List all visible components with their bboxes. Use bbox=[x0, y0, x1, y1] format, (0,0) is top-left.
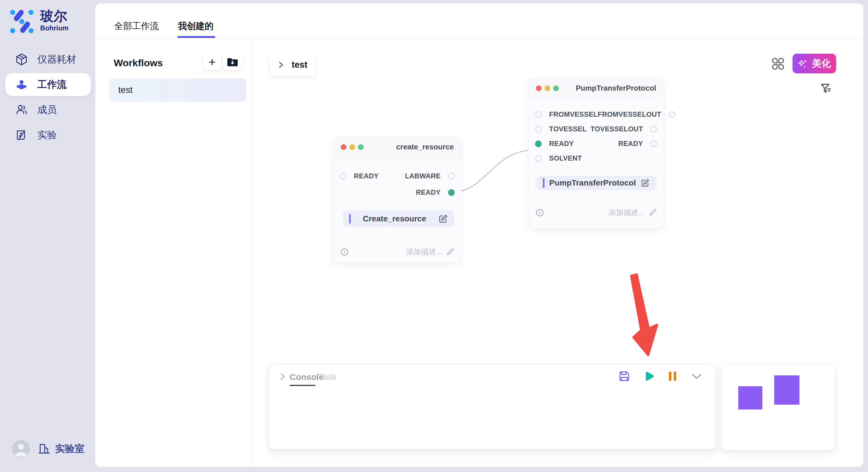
port-row: TOVESSEL TOVESSELOUT bbox=[528, 123, 663, 135]
filter-icon[interactable] bbox=[820, 82, 832, 95]
tab-bar: 全部工作流 我创建的 bbox=[95, 3, 863, 39]
pencil-icon bbox=[649, 208, 657, 216]
sidebar-item-experiments[interactable]: 实验 bbox=[0, 123, 95, 148]
input-port-solvent[interactable]: SOLVENT bbox=[535, 154, 582, 162]
port-dot-icon[interactable] bbox=[535, 155, 541, 162]
node-title: create_resource bbox=[396, 142, 454, 151]
minimap-node-create-resource bbox=[738, 386, 763, 409]
input-port-fromvessel[interactable]: FROMVESSEL bbox=[535, 110, 598, 119]
workflows-panel-title: Workflows bbox=[114, 57, 163, 69]
beautify-button[interactable]: 美化 bbox=[793, 54, 836, 73]
sidebar-item-members[interactable]: 成员 bbox=[0, 97, 95, 123]
bohrium-logo-icon bbox=[9, 9, 34, 34]
sidebar-item-label: 工作流 bbox=[37, 78, 67, 91]
chevron-right-icon bbox=[277, 61, 285, 69]
info-icon[interactable] bbox=[341, 248, 348, 256]
edit-icon[interactable] bbox=[641, 178, 650, 188]
info-icon[interactable] bbox=[536, 209, 544, 216]
node-footer: 添加描述... bbox=[341, 246, 454, 258]
active-tab-underline bbox=[177, 36, 215, 38]
console-panel: Console Task bbox=[268, 364, 716, 450]
traffic-light-green-icon bbox=[553, 86, 559, 91]
add-description[interactable]: 添加描述... bbox=[406, 247, 454, 257]
sidebar-item-workflows[interactable]: 工作流 bbox=[0, 72, 95, 97]
sidebar-item-label: 成员 bbox=[37, 103, 57, 116]
lab-switcher[interactable]: 实验室 bbox=[38, 442, 84, 456]
port-dot-icon[interactable] bbox=[535, 111, 541, 118]
workflow-list-item-test[interactable]: test bbox=[109, 78, 246, 102]
collapse-panel-button[interactable] bbox=[690, 369, 704, 383]
node-header: PumpTransferProtocol bbox=[528, 78, 663, 98]
traffic-light-yellow-icon bbox=[349, 144, 355, 150]
traffic-light-green-icon bbox=[358, 144, 364, 150]
traffic-lights bbox=[341, 144, 364, 150]
port-dot-icon[interactable] bbox=[650, 140, 657, 147]
port-row: READY bbox=[333, 186, 461, 199]
port-row: SOLVENT bbox=[528, 152, 663, 165]
port-dot-filled-icon[interactable] bbox=[535, 140, 541, 147]
workflow-item-label: test bbox=[118, 85, 133, 95]
port-dot-icon[interactable] bbox=[669, 111, 675, 118]
output-port-ready[interactable]: READY bbox=[416, 189, 455, 196]
components-grid-icon[interactable] bbox=[772, 58, 785, 71]
node-pump-transfer-protocol[interactable]: PumpTransferProtocol FROMVESSEL FROMVESS… bbox=[528, 78, 664, 229]
folder-download-icon bbox=[227, 57, 238, 67]
save-button[interactable] bbox=[617, 369, 631, 383]
sidebar: 玻尔 Bohrium 仪器耗材 工作流 bbox=[0, 0, 95, 472]
chevron-right-icon[interactable] bbox=[278, 372, 287, 381]
port-dot-icon[interactable] bbox=[650, 126, 657, 133]
traffic-light-red-icon bbox=[341, 144, 346, 150]
port-dot-icon[interactable] bbox=[535, 126, 541, 133]
breadcrumb[interactable]: test bbox=[270, 53, 316, 76]
logo-subtitle: Bohrium bbox=[40, 24, 69, 32]
logo: 玻尔 Bohrium bbox=[9, 9, 69, 34]
console-actions bbox=[617, 369, 704, 383]
output-port-ready[interactable]: READY bbox=[618, 140, 657, 148]
sparkles-icon bbox=[798, 59, 808, 69]
tab-all-workflows[interactable]: 全部工作流 bbox=[114, 20, 159, 32]
port-dot-icon[interactable] bbox=[448, 173, 455, 179]
edit-icon[interactable] bbox=[438, 214, 448, 224]
sidebar-item-instruments[interactable]: 仪器耗材 bbox=[0, 47, 95, 72]
node-header: create_resource bbox=[333, 137, 461, 157]
minimap-node-pump-transfer bbox=[774, 375, 799, 405]
traffic-light-yellow-icon bbox=[545, 86, 550, 91]
node-action-pill[interactable]: PumpTransferProtocol bbox=[536, 176, 656, 190]
pill-label: PumpTransferProtocol bbox=[545, 178, 641, 188]
port-dot-icon[interactable] bbox=[340, 173, 346, 179]
console-header: Console Task bbox=[269, 364, 716, 388]
add-workflow-button[interactable]: + bbox=[203, 55, 221, 70]
building-icon bbox=[38, 442, 51, 455]
sidebar-footer: 实验室 bbox=[12, 440, 84, 458]
pause-button[interactable] bbox=[665, 369, 679, 383]
node-create-resource[interactable]: create_resource READY LABWARE READY bbox=[333, 137, 462, 263]
import-folder-button[interactable] bbox=[223, 55, 242, 70]
input-port-ready[interactable]: READY bbox=[340, 172, 379, 180]
run-button[interactable] bbox=[642, 369, 655, 383]
input-port-ready[interactable]: READY bbox=[535, 140, 574, 148]
panel-divider bbox=[252, 39, 252, 467]
console-active-underline bbox=[290, 385, 315, 386]
chevron-down-icon bbox=[690, 370, 703, 382]
output-port-labware[interactable]: LABWARE bbox=[405, 172, 455, 180]
tab-my-created[interactable]: 我创建的 bbox=[178, 20, 214, 32]
node-action-pill[interactable]: Create_resource bbox=[343, 210, 454, 227]
sidebar-menu: 仪器耗材 工作流 成员 bbox=[0, 47, 95, 148]
avatar[interactable] bbox=[12, 440, 30, 458]
output-port-fromvesselout[interactable]: FROMVESSELOUT bbox=[598, 110, 675, 119]
breadcrumb-label: test bbox=[291, 60, 307, 70]
main-content-card: 全部工作流 我创建的 Workflows + test test bbox=[95, 3, 863, 467]
node-footer: 添加描述... bbox=[536, 207, 657, 218]
tab-task[interactable]: Task bbox=[319, 372, 337, 382]
port-row: READY LABWARE bbox=[333, 170, 461, 182]
input-port-tovessel[interactable]: TOVESSEL bbox=[535, 125, 587, 133]
output-port-tovesselout[interactable]: TOVESSELOUT bbox=[590, 125, 657, 133]
minimap[interactable] bbox=[721, 364, 835, 450]
port-dot-filled-icon[interactable] bbox=[448, 189, 455, 196]
traffic-light-red-icon bbox=[536, 86, 541, 91]
tab-console[interactable]: Console bbox=[290, 372, 323, 382]
sidebar-item-label: 实验 bbox=[37, 129, 57, 142]
sidebar-item-label: 仪器耗材 bbox=[37, 53, 76, 66]
node-title: PumpTransferProtocol bbox=[576, 84, 656, 93]
add-description[interactable]: 添加描述... bbox=[609, 208, 657, 217]
